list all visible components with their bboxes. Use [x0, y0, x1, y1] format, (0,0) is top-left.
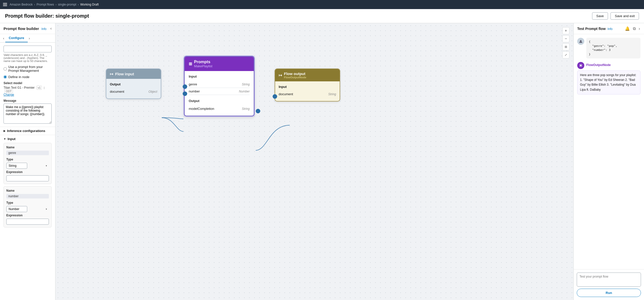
genre-type-select[interactable]: StringNumberBooleanObject — [6, 163, 27, 169]
output-avatar — [577, 62, 584, 69]
flow-output-title-group: Flow output FlowOutputNode — [284, 72, 306, 79]
right-panel-header: Test Prompt flow Info 🔔 ⧉ › — [574, 23, 644, 34]
flow-output-node: ↦ Flow output FlowOutputNode Input docum… — [275, 69, 340, 102]
main-container: Prompt flow builder Info ‹ ‹ Configure ›… — [0, 23, 644, 300]
flow-input-node: ↦ Flow input Output document Object — [106, 69, 161, 99]
canvas-area: + − ⊞ ⤢ ↦ Flow input Output document — [55, 23, 573, 300]
node-name-group: MakePlaylist Valid characters are a-z, A… — [4, 46, 52, 62]
model-change-link[interactable]: Change — [4, 93, 52, 96]
number-type-select[interactable]: StringNumberBooleanObject — [6, 206, 27, 212]
save-button[interactable]: Save — [592, 12, 608, 20]
input-section-label: Input — [8, 137, 16, 141]
node-name-input[interactable]: MakePlaylist — [4, 46, 52, 52]
prompts-node: ⊞ Prompts MakePlaylist Input genre Strin… — [184, 56, 254, 116]
flow-input-body: Output document Object — [106, 79, 161, 98]
prompts-completion-name: modelCompletion — [189, 107, 214, 111]
model-group: Select model Titan Text G1 - Premier v1 … — [4, 81, 52, 96]
prompts-number-connector[interactable] — [183, 91, 187, 96]
radio-define-node-input[interactable] — [4, 75, 7, 79]
message-textarea[interactable]: Make me a {{genre}} playlist consisting … — [4, 104, 52, 124]
flow-input-icon: ↦ — [110, 72, 113, 76]
prompts-completion-type: String — [242, 107, 250, 111]
nav-parent[interactable]: Prompt flows — [37, 3, 54, 6]
flow-output-title: Flow output — [284, 72, 306, 76]
inference-config-toggle[interactable]: ▶ Inference configurations — [0, 127, 55, 135]
model-odt: ODT — [5, 89, 13, 93]
tab-prev-arrow[interactable]: ‹ — [2, 35, 5, 42]
genre-type-label: Type — [6, 158, 49, 161]
run-button[interactable]: Run — [577, 289, 641, 297]
number-expr-input[interactable]: $.data.number — [6, 219, 49, 225]
sidebar-info-link[interactable]: Info — [41, 27, 46, 31]
zoom-out-button[interactable]: − — [562, 35, 569, 42]
radio-use-prompt-input[interactable] — [4, 67, 7, 71]
prompts-input-label: Input — [189, 75, 250, 78]
flow-output-icon: ↦ — [279, 73, 282, 78]
flow-input-document-field: document Object — [110, 88, 157, 95]
right-panel-title-group: Test Prompt flow Info — [577, 27, 613, 31]
prompts-node-header: ⊞ Prompts MakePlaylist — [185, 57, 254, 71]
flow-input-node-header: ↦ Flow input — [106, 69, 161, 79]
right-panel-title: Test Prompt flow — [577, 27, 606, 31]
flow-output-document-connector[interactable] — [273, 94, 277, 99]
connections-svg — [55, 23, 573, 300]
radio-use-prompt[interactable]: Use a prompt from your Prompt Management — [4, 65, 52, 73]
prompts-number-type: Number — [239, 90, 250, 93]
fit-view-button[interactable]: ⊞ — [562, 43, 569, 50]
right-panel-bell-icon[interactable]: 🔔 — [624, 26, 630, 31]
header-buttons: Save Save and exit — [592, 12, 639, 20]
reset-view-button[interactable]: ⤢ — [562, 51, 569, 58]
input-arrow-icon: ▼ — [4, 138, 6, 140]
input-section-toggle[interactable]: ▼ Input — [0, 135, 55, 143]
output-bubble: Here are three pop songs for your playli… — [577, 71, 640, 94]
save-exit-button[interactable]: Save and exit — [610, 12, 639, 20]
message-group: Message Make me a {{genre}} playlist con… — [4, 99, 52, 124]
model-version: v1 — [37, 86, 42, 90]
sidebar-title: Prompt flow builder — [4, 26, 39, 31]
input-group-number: Name number Type StringNumberBooleanObje… — [4, 186, 52, 227]
prompts-subtitle: MakePlaylist — [194, 64, 212, 68]
radio-define-node[interactable]: Define in node — [4, 75, 52, 79]
input-group-genre: Name genre Type StringNumberBooleanObjec… — [4, 143, 52, 184]
right-panel-info-link[interactable]: Info — [607, 27, 613, 31]
radio-define-node-label: Define in node — [8, 75, 29, 79]
right-panel-icons: 🔔 ⧉ › — [624, 26, 640, 31]
prompts-genre-connector[interactable] — [183, 84, 187, 89]
prompts-number-name: number — [189, 89, 200, 93]
right-panel-expand-icon[interactable]: › — [638, 26, 640, 31]
right-panel-copy-icon[interactable]: ⧉ — [632, 26, 636, 31]
top-nav: Amazon Bedrock › Prompt flows › single-p… — [0, 0, 644, 9]
inference-config-label: Inference configurations — [7, 129, 45, 133]
nav-home[interactable]: Amazon Bedrock — [10, 3, 33, 6]
prompts-genre-name: genre — [189, 82, 197, 86]
genre-name-label: Name — [6, 146, 49, 149]
prompts-body: Input genre String number Number — [185, 71, 254, 116]
model-name: Titan Text G1 - Premier — [4, 86, 35, 89]
output-message: FlowOutputNode Here are three pop songs … — [577, 62, 640, 94]
prompts-output-label: Output — [189, 99, 250, 103]
zoom-in-button[interactable]: + — [562, 27, 569, 34]
page-title: Prompt flow builder: single-prompt — [5, 13, 89, 19]
flow-output-document-type: String — [328, 92, 336, 96]
nav-page[interactable]: single-prompt — [58, 3, 76, 6]
flow-output-body: Input document String — [275, 81, 340, 101]
flow-output-document-name: document — [279, 92, 293, 96]
tab-next-arrow[interactable]: › — [28, 35, 31, 42]
genre-type-select-wrapper: StringNumberBooleanObject — [6, 163, 49, 169]
flow-output-document-field: document String — [279, 91, 336, 97]
genre-expr-input[interactable]: $.data.genre — [6, 175, 49, 181]
user-message: { "genre": "pop", "number": 3 } — [577, 38, 640, 58]
tab-bar: ‹ Configure › — [0, 34, 55, 43]
prompts-genre-field: genre String — [189, 81, 250, 88]
svg-point-2 — [580, 65, 582, 66]
tab-configure[interactable]: Configure — [5, 34, 28, 42]
prompts-completion-connector[interactable] — [256, 109, 260, 113]
chat-body: { "genre": "pop", "number": 3 } FlowOutp… — [574, 34, 644, 269]
model-label: Select model — [4, 81, 52, 85]
user-avatar — [577, 38, 584, 45]
menu-icon[interactable] — [3, 2, 8, 7]
genre-name-value: genre — [6, 151, 49, 155]
flow-input-title: Flow input — [115, 72, 134, 76]
sidebar-collapse-button[interactable]: ‹ — [50, 26, 52, 31]
chat-input-textarea[interactable] — [577, 273, 641, 287]
